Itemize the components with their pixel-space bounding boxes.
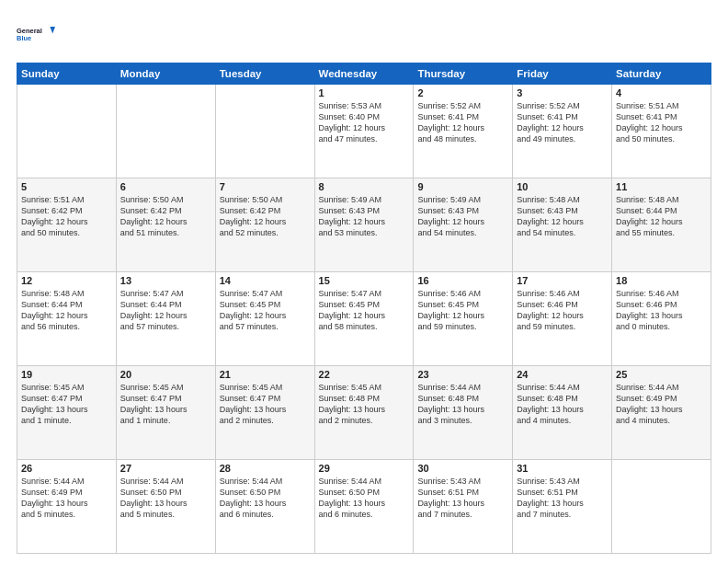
weekday-header-row: SundayMondayTuesdayWednesdayThursdayFrid… bbox=[17, 63, 711, 85]
calendar-cell: 23Sunrise: 5:44 AM Sunset: 6:48 PM Dayli… bbox=[414, 366, 513, 460]
cell-info-text: Sunrise: 5:44 AM Sunset: 6:50 PM Dayligh… bbox=[120, 476, 211, 521]
cell-day-number: 6 bbox=[120, 181, 211, 192]
cell-info-text: Sunrise: 5:52 AM Sunset: 6:41 PM Dayligh… bbox=[517, 100, 608, 145]
cell-day-number: 20 bbox=[120, 369, 211, 380]
calendar-cell: 27Sunrise: 5:44 AM Sunset: 6:50 PM Dayli… bbox=[116, 460, 215, 554]
cell-day-number: 19 bbox=[21, 369, 112, 380]
calendar-cell bbox=[215, 85, 314, 178]
calendar-cell: 15Sunrise: 5:47 AM Sunset: 6:45 PM Dayli… bbox=[314, 272, 414, 366]
svg-marker-2 bbox=[50, 27, 55, 33]
cell-day-number: 31 bbox=[517, 463, 608, 474]
calendar-cell: 12Sunrise: 5:48 AM Sunset: 6:44 PM Dayli… bbox=[17, 272, 117, 366]
svg-text:General: General bbox=[17, 27, 42, 35]
cell-info-text: Sunrise: 5:44 AM Sunset: 6:49 PM Dayligh… bbox=[21, 476, 112, 521]
calendar-cell: 13Sunrise: 5:47 AM Sunset: 6:44 PM Dayli… bbox=[116, 272, 215, 366]
cell-info-text: Sunrise: 5:53 AM Sunset: 6:40 PM Dayligh… bbox=[319, 100, 410, 145]
calendar-cell: 31Sunrise: 5:43 AM Sunset: 6:51 PM Dayli… bbox=[513, 460, 612, 554]
calendar-cell: 6Sunrise: 5:50 AM Sunset: 6:42 PM Daylig… bbox=[116, 178, 215, 272]
cell-day-number: 5 bbox=[21, 181, 112, 192]
calendar-cell: 14Sunrise: 5:47 AM Sunset: 6:45 PM Dayli… bbox=[215, 272, 314, 366]
calendar-cell: 4Sunrise: 5:51 AM Sunset: 6:41 PM Daylig… bbox=[612, 85, 711, 178]
cell-info-text: Sunrise: 5:45 AM Sunset: 6:47 PM Dayligh… bbox=[120, 382, 211, 427]
calendar-cell: 10Sunrise: 5:48 AM Sunset: 6:43 PM Dayli… bbox=[513, 178, 612, 272]
cell-day-number: 23 bbox=[417, 369, 508, 380]
cell-info-text: Sunrise: 5:49 AM Sunset: 6:43 PM Dayligh… bbox=[417, 194, 508, 239]
cell-day-number: 2 bbox=[417, 87, 508, 98]
logo: General Blue bbox=[17, 15, 55, 53]
cell-info-text: Sunrise: 5:44 AM Sunset: 6:50 PM Dayligh… bbox=[220, 476, 311, 521]
cell-info-text: Sunrise: 5:46 AM Sunset: 6:46 PM Dayligh… bbox=[517, 288, 608, 333]
cell-day-number: 25 bbox=[616, 369, 707, 380]
cell-day-number: 26 bbox=[21, 463, 112, 474]
cell-info-text: Sunrise: 5:48 AM Sunset: 6:44 PM Dayligh… bbox=[616, 194, 707, 239]
calendar-cell: 24Sunrise: 5:44 AM Sunset: 6:48 PM Dayli… bbox=[513, 366, 612, 460]
cell-info-text: Sunrise: 5:44 AM Sunset: 6:49 PM Dayligh… bbox=[616, 382, 707, 427]
cell-info-text: Sunrise: 5:46 AM Sunset: 6:45 PM Dayligh… bbox=[417, 288, 508, 333]
calendar-cell: 20Sunrise: 5:45 AM Sunset: 6:47 PM Dayli… bbox=[116, 366, 215, 460]
cell-info-text: Sunrise: 5:45 AM Sunset: 6:47 PM Dayligh… bbox=[21, 382, 112, 427]
calendar-week-1: 1Sunrise: 5:53 AM Sunset: 6:40 PM Daylig… bbox=[17, 85, 711, 178]
cell-info-text: Sunrise: 5:44 AM Sunset: 6:50 PM Dayligh… bbox=[319, 476, 410, 521]
cell-info-text: Sunrise: 5:48 AM Sunset: 6:43 PM Dayligh… bbox=[517, 194, 608, 239]
cell-info-text: Sunrise: 5:43 AM Sunset: 6:51 PM Dayligh… bbox=[417, 476, 508, 521]
cell-day-number: 29 bbox=[319, 463, 410, 474]
cell-info-text: Sunrise: 5:46 AM Sunset: 6:46 PM Dayligh… bbox=[616, 288, 707, 333]
svg-text:Blue: Blue bbox=[17, 34, 31, 42]
calendar-cell: 22Sunrise: 5:45 AM Sunset: 6:48 PM Dayli… bbox=[314, 366, 414, 460]
cell-day-number: 24 bbox=[517, 369, 608, 380]
calendar-cell: 8Sunrise: 5:49 AM Sunset: 6:43 PM Daylig… bbox=[314, 178, 414, 272]
cell-day-number: 3 bbox=[517, 87, 608, 98]
calendar-week-2: 5Sunrise: 5:51 AM Sunset: 6:42 PM Daylig… bbox=[17, 178, 711, 272]
cell-info-text: Sunrise: 5:45 AM Sunset: 6:48 PM Dayligh… bbox=[319, 382, 410, 427]
calendar-cell: 30Sunrise: 5:43 AM Sunset: 6:51 PM Dayli… bbox=[414, 460, 513, 554]
cell-day-number: 18 bbox=[616, 275, 707, 286]
cell-info-text: Sunrise: 5:47 AM Sunset: 6:44 PM Dayligh… bbox=[120, 288, 211, 333]
cell-day-number: 4 bbox=[616, 87, 707, 98]
cell-day-number: 7 bbox=[220, 181, 311, 192]
cell-info-text: Sunrise: 5:47 AM Sunset: 6:45 PM Dayligh… bbox=[319, 288, 410, 333]
cell-day-number: 8 bbox=[319, 181, 410, 192]
cell-day-number: 27 bbox=[120, 463, 211, 474]
cell-info-text: Sunrise: 5:44 AM Sunset: 6:48 PM Dayligh… bbox=[417, 382, 508, 427]
calendar-cell: 7Sunrise: 5:50 AM Sunset: 6:42 PM Daylig… bbox=[215, 178, 314, 272]
calendar-cell: 9Sunrise: 5:49 AM Sunset: 6:43 PM Daylig… bbox=[414, 178, 513, 272]
calendar-cell: 21Sunrise: 5:45 AM Sunset: 6:47 PM Dayli… bbox=[215, 366, 314, 460]
calendar-cell: 3Sunrise: 5:52 AM Sunset: 6:41 PM Daylig… bbox=[513, 85, 612, 178]
cell-info-text: Sunrise: 5:52 AM Sunset: 6:41 PM Dayligh… bbox=[417, 100, 508, 145]
cell-day-number: 15 bbox=[319, 275, 410, 286]
calendar-cell: 18Sunrise: 5:46 AM Sunset: 6:46 PM Dayli… bbox=[612, 272, 711, 366]
cell-info-text: Sunrise: 5:50 AM Sunset: 6:42 PM Dayligh… bbox=[220, 194, 311, 239]
calendar-week-4: 19Sunrise: 5:45 AM Sunset: 6:47 PM Dayli… bbox=[17, 366, 711, 460]
cell-day-number: 11 bbox=[616, 181, 707, 192]
cell-day-number: 14 bbox=[220, 275, 311, 286]
calendar-cell: 17Sunrise: 5:46 AM Sunset: 6:46 PM Dayli… bbox=[513, 272, 612, 366]
calendar-cell bbox=[612, 460, 711, 554]
weekday-header-sunday: Sunday bbox=[17, 63, 117, 85]
calendar-cell: 1Sunrise: 5:53 AM Sunset: 6:40 PM Daylig… bbox=[314, 85, 414, 178]
cell-info-text: Sunrise: 5:50 AM Sunset: 6:42 PM Dayligh… bbox=[120, 194, 211, 239]
calendar-cell: 26Sunrise: 5:44 AM Sunset: 6:49 PM Dayli… bbox=[17, 460, 117, 554]
cell-day-number: 12 bbox=[21, 275, 112, 286]
cell-day-number: 30 bbox=[417, 463, 508, 474]
page: General Blue SundayMondayTuesdayWednesda… bbox=[0, 0, 728, 563]
weekday-header-tuesday: Tuesday bbox=[215, 63, 314, 85]
cell-day-number: 17 bbox=[517, 275, 608, 286]
calendar-cell bbox=[116, 85, 215, 178]
calendar-cell: 11Sunrise: 5:48 AM Sunset: 6:44 PM Dayli… bbox=[612, 178, 711, 272]
cell-day-number: 16 bbox=[417, 275, 508, 286]
cell-info-text: Sunrise: 5:48 AM Sunset: 6:44 PM Dayligh… bbox=[21, 288, 112, 333]
weekday-header-monday: Monday bbox=[116, 63, 215, 85]
cell-day-number: 10 bbox=[517, 181, 608, 192]
cell-info-text: Sunrise: 5:51 AM Sunset: 6:42 PM Dayligh… bbox=[21, 194, 112, 239]
cell-info-text: Sunrise: 5:45 AM Sunset: 6:47 PM Dayligh… bbox=[220, 382, 311, 427]
calendar-cell: 5Sunrise: 5:51 AM Sunset: 6:42 PM Daylig… bbox=[17, 178, 117, 272]
calendar-cell bbox=[17, 85, 117, 178]
logo-icon: General Blue bbox=[17, 15, 55, 53]
calendar-cell: 2Sunrise: 5:52 AM Sunset: 6:41 PM Daylig… bbox=[414, 85, 513, 178]
calendar-cell: 25Sunrise: 5:44 AM Sunset: 6:49 PM Dayli… bbox=[612, 366, 711, 460]
weekday-header-saturday: Saturday bbox=[612, 63, 711, 85]
weekday-header-wednesday: Wednesday bbox=[314, 63, 414, 85]
cell-info-text: Sunrise: 5:44 AM Sunset: 6:48 PM Dayligh… bbox=[517, 382, 608, 427]
weekday-header-thursday: Thursday bbox=[414, 63, 513, 85]
cell-day-number: 13 bbox=[120, 275, 211, 286]
